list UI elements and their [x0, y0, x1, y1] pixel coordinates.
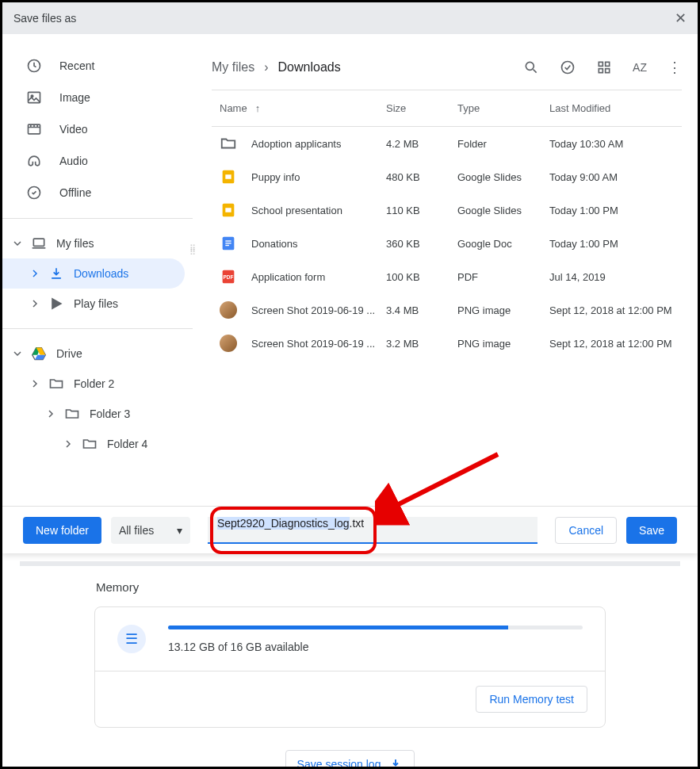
file-size: 100 KB	[386, 271, 457, 283]
main-panel: My files › Downloads AZ ⋮ Name ↑ Size Ty	[201, 34, 698, 506]
column-name[interactable]: Name ↑	[220, 102, 386, 114]
filter-label: All files	[119, 524, 154, 537]
close-icon[interactable]: ✕	[675, 10, 687, 27]
file-type: Google Slides	[457, 171, 549, 183]
save-log-label: Save session log	[297, 758, 381, 769]
svg-rect-13	[225, 174, 231, 179]
grid-view-icon[interactable]	[596, 59, 612, 75]
file-modified: Sept 12, 2018 at 12:00 PM	[549, 338, 682, 350]
check-circle-icon[interactable]	[560, 59, 576, 75]
download-icon	[388, 757, 403, 769]
sidebar-item-image[interactable]: Image	[2, 82, 201, 113]
table-row[interactable]: Donations 360 KB Google Doc Today 1:00 P…	[212, 227, 682, 260]
file-type: PNG image	[457, 338, 549, 350]
table-row[interactable]: Screen Shot 2019-06-19 ... 3.4 MB PNG im…	[212, 293, 682, 327]
bottom-bar: New folder All files ▾ Sept2920_Diagnost…	[2, 506, 698, 553]
table-row[interactable]: PDF Application form 100 KB PDF Jul 14, …	[212, 260, 682, 293]
column-type[interactable]: Type	[457, 102, 549, 114]
file-size: 3.4 MB	[386, 304, 457, 316]
svg-point-7	[562, 62, 574, 74]
new-folder-button[interactable]: New folder	[23, 517, 101, 544]
more-icon[interactable]: ⋮	[667, 59, 682, 76]
svg-point-6	[526, 62, 534, 70]
filename-input[interactable]: Sept2920_Diagnostics_log.txt	[208, 517, 538, 544]
sidebar-item-label: Image	[59, 91, 90, 104]
sidebar-item-label: Recent	[59, 59, 94, 72]
sidebar-item-recent[interactable]: Recent	[2, 50, 201, 82]
audio-icon	[26, 153, 42, 169]
tree-my-files[interactable]: My files	[2, 228, 201, 258]
dialog-title: Save files as	[13, 12, 76, 25]
file-name: Application form	[251, 271, 325, 283]
tree-folder4[interactable]: Folder 4	[2, 429, 201, 459]
memory-text: 13.12 GB of 16 GB available	[168, 641, 583, 653]
column-modified[interactable]: Last Modified	[549, 102, 682, 114]
file-name: Screen Shot 2019-06-19 ...	[251, 338, 375, 350]
chevron-right-icon: ›	[264, 60, 268, 75]
svg-text:PDF: PDF	[224, 274, 234, 280]
tree-label: Folder 4	[107, 438, 147, 450]
save-button[interactable]: Save	[626, 517, 677, 544]
sort-arrow-icon: ↑	[255, 102, 261, 114]
memory-icon: ☰	[117, 625, 146, 653]
svg-rect-18	[225, 243, 231, 243]
sidebar-item-label: Offline	[59, 186, 91, 199]
file-type: PNG image	[457, 304, 549, 316]
breadcrumb-current: Downloads	[278, 60, 341, 75]
chevron-right-icon	[31, 300, 39, 308]
file-name: Puppy info	[251, 171, 300, 183]
tree-folder3[interactable]: Folder 3	[2, 399, 201, 429]
file-modified: Sept 12, 2018 at 12:00 PM	[549, 304, 682, 316]
background-page: Memory ☰ 13.12 GB of 16 GB available Run…	[20, 561, 680, 769]
sort-button[interactable]: AZ	[633, 61, 647, 74]
file-type: Google Slides	[457, 205, 549, 216]
file-name: Adoption applicants	[251, 138, 341, 150]
tree-folder2[interactable]: Folder 2	[2, 369, 201, 399]
table-row[interactable]: Puppy info 480 KB Google Slides Today 9:…	[212, 160, 682, 193]
slides-icon	[220, 201, 237, 219]
svg-rect-11	[606, 69, 610, 73]
svg-rect-19	[225, 245, 229, 246]
breadcrumb-root[interactable]: My files	[212, 60, 254, 75]
play-icon	[48, 296, 64, 312]
memory-progress-bar	[168, 626, 583, 629]
sidebar-item-video[interactable]: Video	[2, 113, 201, 145]
toolbar: AZ ⋮	[523, 59, 682, 76]
memory-section-title: Memory	[96, 580, 680, 594]
tree-downloads[interactable]: Downloads	[2, 258, 185, 289]
file-filter-dropdown[interactable]: All files ▾	[111, 517, 190, 544]
file-modified: Today 9:00 AM	[549, 171, 682, 183]
table-row[interactable]: Adoption applicants 4.2 MB Folder Today …	[212, 127, 682, 160]
tree-label: Drive	[56, 347, 82, 360]
folder-icon	[220, 135, 237, 152]
filename-extension: .txt	[350, 517, 365, 530]
file-size: 360 KB	[386, 238, 457, 250]
thumb-icon	[220, 301, 237, 319]
search-icon[interactable]	[523, 59, 539, 75]
save-session--log-button[interactable]: Save session log	[285, 750, 415, 769]
sidebar-item-audio[interactable]: Audio	[2, 145, 201, 177]
column-size[interactable]: Size	[386, 102, 457, 114]
doc-icon	[220, 235, 237, 252]
tree-play-files[interactable]: Play files	[2, 289, 201, 319]
svg-rect-8	[599, 62, 602, 66]
run-memory-test-button[interactable]: Run Memory test	[476, 686, 587, 713]
file-modified: Today 1:00 PM	[549, 238, 682, 250]
file-name: School presentation	[251, 205, 342, 216]
sidebar-item-offline[interactable]: Offline	[2, 177, 201, 209]
tree-label: Downloads	[74, 267, 128, 280]
chevron-right-icon	[31, 270, 39, 277]
resize-handle[interactable]: ⠿⠿	[189, 247, 197, 254]
sidebar-item-label: Video	[59, 123, 88, 136]
cancel-button[interactable]: Cancel	[555, 517, 617, 544]
folder-icon	[48, 376, 64, 392]
table-row[interactable]: Screen Shot 2019-06-19 ... 3.2 MB PNG im…	[212, 327, 682, 360]
table-row[interactable]: School presentation 110 KB Google Slides…	[212, 193, 682, 227]
tree-drive[interactable]: Drive	[2, 339, 201, 369]
file-type: Google Doc	[457, 238, 549, 250]
filename-selection: Sept2920_Diagnostics_log	[217, 517, 350, 530]
download-icon	[48, 266, 64, 281]
breadcrumb: My files › Downloads	[212, 60, 341, 75]
svg-rect-9	[606, 62, 610, 66]
image-icon	[26, 90, 42, 105]
